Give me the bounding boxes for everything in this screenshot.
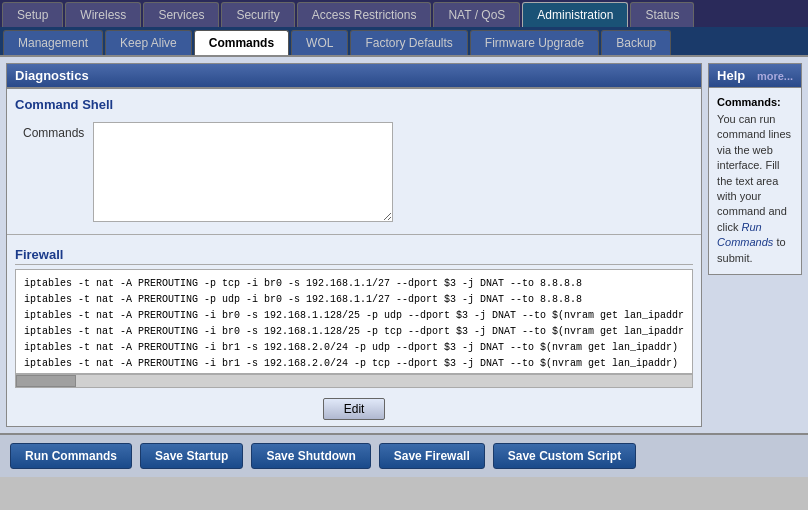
run-commands-button[interactable]: Run Commands <box>10 443 132 469</box>
top-navigation: Setup Wireless Services Security Access … <box>0 0 808 27</box>
save-firewall-button[interactable]: Save Firewall <box>379 443 485 469</box>
command-shell-title: Command Shell <box>15 97 693 112</box>
tab-firmware-upgrade[interactable]: Firmware Upgrade <box>470 30 599 55</box>
help-more-link[interactable]: more... <box>757 70 793 82</box>
tab-keep-alive[interactable]: Keep Alive <box>105 30 192 55</box>
firewall-line-4: iptables -t nat -A PREROUTING -i br0 -s … <box>24 324 684 340</box>
second-navigation: Management Keep Alive Commands WOL Facto… <box>0 27 808 57</box>
firewall-line-3: iptables -t nat -A PREROUTING -i br0 -s … <box>24 308 684 324</box>
scrollbar-track <box>16 375 692 387</box>
help-text: You can run command lines via the web in… <box>717 112 793 266</box>
top-tab-security[interactable]: Security <box>221 2 294 27</box>
scrollbar-thumb[interactable] <box>16 375 76 387</box>
top-tab-administration[interactable]: Administration <box>522 2 628 27</box>
firewall-line-5: iptables -t nat -A PREROUTING -i br1 -s … <box>24 340 684 356</box>
top-tab-access-restrictions[interactable]: Access Restrictions <box>297 2 432 27</box>
top-tab-nat-qos[interactable]: NAT / QoS <box>433 2 520 27</box>
commands-textarea[interactable] <box>93 122 393 222</box>
tab-wol[interactable]: WOL <box>291 30 348 55</box>
top-tab-setup[interactable]: Setup <box>2 2 63 27</box>
main-content: Diagnostics Command Shell Commands Firew… <box>0 57 808 433</box>
top-tab-wireless[interactable]: Wireless <box>65 2 141 27</box>
help-panel: Help more... Commands: You can run comma… <box>708 63 802 427</box>
commands-label: Commands <box>23 122 83 140</box>
firewall-line-6: iptables -t nat -A PREROUTING -i br1 -s … <box>24 356 684 372</box>
help-subtitle: Commands: <box>717 96 793 108</box>
tab-backup[interactable]: Backup <box>601 30 671 55</box>
firewall-line-2: iptables -t nat -A PREROUTING -p udp -i … <box>24 292 684 308</box>
help-box: Commands: You can run command lines via … <box>708 88 802 275</box>
firewall-title: Firewall <box>15 245 693 265</box>
edit-btn-row: Edit <box>7 392 701 426</box>
edit-button[interactable]: Edit <box>323 398 386 420</box>
command-shell-section: Command Shell Commands <box>7 89 701 230</box>
save-shutdown-button[interactable]: Save Shutdown <box>251 443 370 469</box>
firewall-line-1: iptables -t nat -A PREROUTING -p tcp -i … <box>24 276 684 292</box>
top-tab-services[interactable]: Services <box>143 2 219 27</box>
diagnostics-box: Command Shell Commands Firewall iptables… <box>6 88 702 427</box>
tab-management[interactable]: Management <box>3 30 103 55</box>
top-tab-status[interactable]: Status <box>630 2 694 27</box>
help-body-text: You can run command lines via the web in… <box>717 113 791 233</box>
bottom-action-bar: Run Commands Save Startup Save Shutdown … <box>0 433 808 477</box>
diagnostics-panel: Diagnostics Command Shell Commands Firew… <box>6 63 702 427</box>
save-custom-script-button[interactable]: Save Custom Script <box>493 443 636 469</box>
help-title: Help <box>717 68 745 83</box>
firewall-content: iptables -t nat -A PREROUTING -p tcp -i … <box>15 269 693 374</box>
firewall-section: Firewall iptables -t nat -A PREROUTING -… <box>7 239 701 392</box>
diagnostics-header: Diagnostics <box>6 63 702 88</box>
firewall-scrollbar[interactable] <box>15 374 693 388</box>
commands-row: Commands <box>15 118 693 226</box>
tab-factory-defaults[interactable]: Factory Defaults <box>350 30 467 55</box>
save-startup-button[interactable]: Save Startup <box>140 443 243 469</box>
help-header: Help more... <box>708 63 802 88</box>
tab-commands[interactable]: Commands <box>194 30 289 55</box>
